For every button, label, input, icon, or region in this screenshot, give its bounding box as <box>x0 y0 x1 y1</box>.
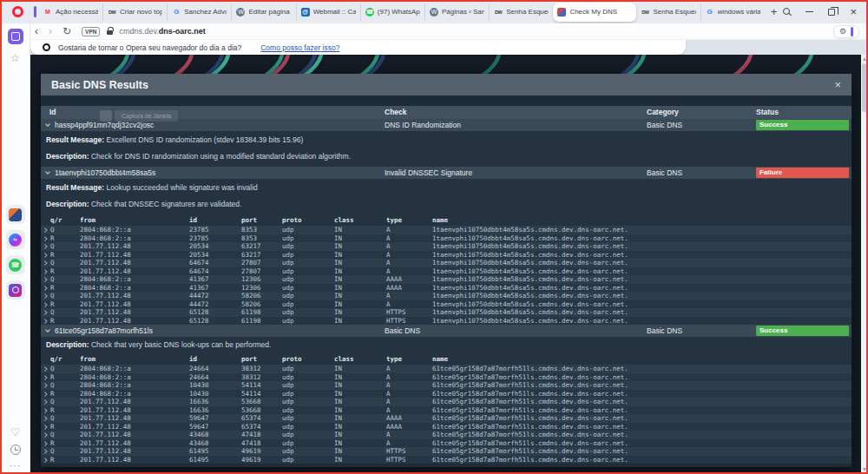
result-row-2[interactable]: 1taenvphi10750dbbt4m58sa5s Invalid DNSSE… <box>41 167 852 179</box>
query-row[interactable]: Q 201.77.112.48 20534 63217 udp IN A 1ta… <box>41 242 852 251</box>
chevron-right-icon[interactable] <box>43 286 47 290</box>
scroll-down-icon[interactable] <box>863 468 866 471</box>
pinboard-app-icon[interactable] <box>6 205 25 224</box>
chevron-right-icon[interactable] <box>43 253 47 257</box>
chevron-right-icon[interactable] <box>43 399 47 404</box>
scrollbar-thumb[interactable] <box>862 63 867 112</box>
search-icon[interactable] <box>783 8 791 16</box>
browser-tab[interactable]: @ Webmail :: Caixa de e <box>296 3 360 21</box>
query-row[interactable]: Q 2804:868:2::a 41367 12306 udp IN AAAA … <box>41 275 852 284</box>
chevron-right-icon[interactable] <box>43 244 47 248</box>
query-row[interactable]: R 201.77.112.48 64674 27807 udp IN A 1ta… <box>41 267 852 276</box>
gear-icon[interactable]: ⚙ <box>839 27 846 36</box>
browser-tab[interactable]: DW Criar novo tópico - Cl <box>102 3 167 21</box>
query-row[interactable]: Q 201.77.112.48 64674 27807 udp IN A 1ta… <box>41 259 852 267</box>
browser-tab[interactable]: DW Senha Esquecida - Cl <box>489 3 553 21</box>
cmdns-icon <box>557 8 566 16</box>
chevron-right-icon[interactable] <box>43 319 47 323</box>
query-row[interactable]: Q 201.77.112.48 43468 47418 udp IN A 61t… <box>41 431 852 439</box>
chevron-right-icon[interactable] <box>43 375 47 379</box>
chevron-down-icon[interactable] <box>45 122 50 127</box>
cell-proto: udp <box>282 259 334 267</box>
chevron-right-icon[interactable] <box>43 408 47 412</box>
page-scrollbar[interactable] <box>861 55 868 474</box>
instagram-icon[interactable] <box>6 280 25 300</box>
chevron-right-icon[interactable] <box>43 425 47 429</box>
result-row-3[interactable]: 61tce05gr158d7a87morfh51ls Basic DNS Bas… <box>41 325 852 337</box>
browser-tab[interactable]: M Ação necessária para <box>39 3 102 21</box>
restore-icon[interactable] <box>828 9 835 16</box>
extensions-chip[interactable]: ⚙ <box>833 25 859 38</box>
chevron-right-icon[interactable] <box>43 432 47 437</box>
query-row[interactable]: R 201.77.112.48 65128 61198 udp IN HTTPS… <box>41 317 852 326</box>
query-row[interactable]: Q 201.77.112.48 16636 53668 udp IN A 61t… <box>41 398 852 406</box>
whatsapp-icon2[interactable] <box>6 255 25 274</box>
tab-bar: M Ação necessária para DW Criar novo tóp… <box>0 0 868 23</box>
chevron-right-icon[interactable] <box>43 383 47 387</box>
chevron-right-icon[interactable] <box>43 449 47 453</box>
query-row[interactable]: R 201.77.112.48 20534 63217 udp IN A 1ta… <box>41 251 852 260</box>
query-row[interactable]: Q 201.77.112.48 59647 65374 udp IN AAAA … <box>41 414 852 423</box>
query-row[interactable]: Q 201.77.112.48 61495 49619 udp IN HTTPS… <box>41 447 852 456</box>
browser-tab[interactable]: ☎ (97) WhatsApp Busine <box>360 3 424 21</box>
chevron-right-icon[interactable] <box>43 236 47 240</box>
messenger-icon[interactable] <box>6 230 25 249</box>
chevron-right-icon[interactable] <box>43 310 47 314</box>
heart-icon[interactable] <box>10 426 20 438</box>
new-tab-button[interactable]: + <box>765 5 784 18</box>
scroll-up-icon[interactable] <box>863 57 866 61</box>
chevron-right-icon[interactable] <box>43 277 47 281</box>
query-row[interactable]: R 2804:868:2::a 24664 38312 udp IN A 61t… <box>41 373 852 382</box>
chevron-right-icon[interactable] <box>43 260 47 265</box>
chevron-down-icon[interactable] <box>45 327 50 332</box>
query-row[interactable]: Q 2804:868:2::a 24664 38312 udp IN A 61t… <box>41 365 852 373</box>
close-window-icon[interactable]: × <box>850 8 857 16</box>
query-row[interactable]: R 201.77.112.48 44472 58206 udp IN A 1ta… <box>41 300 852 309</box>
query-row[interactable]: R 201.77.112.48 16636 53668 udp IN A 61t… <box>41 406 852 415</box>
query-row[interactable]: Q 2804:868:2::a 23785 8353 udp IN A 1tae… <box>41 226 852 234</box>
browser-tab[interactable]: G windows várias GPU i <box>700 3 765 21</box>
chevron-down-icon[interactable] <box>45 169 50 174</box>
browser-tab[interactable]: Check My DNS <box>553 3 636 22</box>
query-row[interactable]: Q 201.77.112.48 44472 58206 udp IN A 1ta… <box>41 292 852 300</box>
minimize-icon[interactable] <box>806 11 813 13</box>
vpn-badge[interactable]: VPN <box>82 27 100 36</box>
start-page-icon[interactable] <box>8 29 23 44</box>
query-row[interactable]: Q 2804:868:2::a 10430 54114 udp IN A 61t… <box>41 381 852 390</box>
lock-icon[interactable] <box>107 30 113 35</box>
browser-tab[interactable]: DW Senha Esquecida - Cl <box>636 3 700 21</box>
query-row[interactable]: R 201.77.112.48 61495 49619 udp IN HTTPS… <box>41 456 852 464</box>
chevron-right-icon[interactable] <box>43 441 47 445</box>
opera-menu-icon[interactable] <box>12 6 23 17</box>
history-icon[interactable] <box>10 444 21 455</box>
query-row[interactable]: R 201.77.112.48 43468 47418 udp IN A 61t… <box>41 439 852 448</box>
chevron-right-icon[interactable] <box>43 293 47 298</box>
cell-qr: R <box>50 406 80 415</box>
query-row[interactable]: R 2804:868:2::a 41367 12306 udp IN AAAA … <box>41 284 852 293</box>
chevron-right-icon[interactable] <box>43 302 47 306</box>
sidebar-toggle-icon[interactable] <box>851 27 853 36</box>
browser-tab[interactable]: G Sanchez Advocacia - F <box>167 3 231 21</box>
back-icon[interactable]: ‹ <box>35 26 38 36</box>
query-row[interactable]: Q 201.77.112.48 65128 61198 udp IN HTTPS… <box>41 308 852 317</box>
query-row[interactable]: R 2804:868:2::a 10430 54114 udp IN A 61t… <box>41 390 852 398</box>
url-field[interactable]: cmdns.dev.dns-oarc.net <box>119 27 205 36</box>
query-row[interactable]: R 201.77.112.48 59647 65374 udp IN AAAA … <box>41 423 852 431</box>
close-icon[interactable]: × <box>834 80 841 90</box>
banner-link[interactable]: Como posso fazer isso? <box>260 43 339 52</box>
reload-icon[interactable]: ↻ <box>62 26 71 36</box>
browser-tab[interactable]: W Páginas ‹ Sanchez Ad <box>424 3 489 21</box>
chevron-right-icon[interactable] <box>43 392 47 396</box>
cell-id: 64674 <box>189 267 241 276</box>
star-icon[interactable] <box>10 52 22 64</box>
chevron-right-icon[interactable] <box>43 458 47 462</box>
browser-tab[interactable]: W Editar página "About" <box>231 3 295 21</box>
ellipsis-icon[interactable] <box>10 461 21 471</box>
chevron-right-icon[interactable] <box>43 366 47 371</box>
opera-banner: Gostaria de tornar o Opera seu navegador… <box>30 40 686 55</box>
query-row[interactable]: R 2804:868:2::a 23785 8353 udp IN A 1tae… <box>41 234 852 243</box>
chevron-right-icon[interactable] <box>43 227 47 232</box>
forward-icon[interactable]: › <box>49 26 52 36</box>
chevron-right-icon[interactable] <box>43 269 47 273</box>
chevron-right-icon[interactable] <box>43 416 47 420</box>
